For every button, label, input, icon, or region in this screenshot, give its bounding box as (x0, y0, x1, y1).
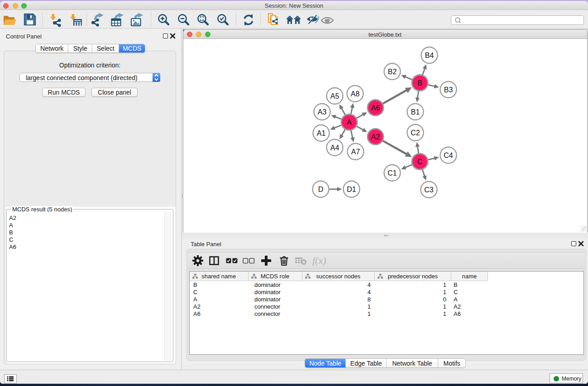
svg-text:A4: A4 (330, 143, 339, 151)
svg-text:B: B (417, 79, 422, 86)
svg-text:A8: A8 (350, 90, 359, 97)
svg-text:C2: C2 (411, 129, 420, 136)
svg-text:B4: B4 (425, 51, 434, 59)
svg-text:B2: B2 (387, 67, 397, 75)
svg-text:B1: B1 (411, 108, 420, 115)
svg-text:D1: D1 (347, 185, 356, 193)
svg-text:B3: B3 (444, 86, 453, 93)
svg-text:A3: A3 (317, 108, 326, 115)
svg-text:A2: A2 (371, 133, 380, 140)
svg-text:A: A (347, 118, 352, 126)
svg-text:A1: A1 (316, 129, 325, 137)
svg-text:A7: A7 (351, 148, 360, 155)
svg-text:A6: A6 (371, 104, 380, 111)
svg-text:C4: C4 (444, 151, 453, 159)
svg-text:D: D (318, 185, 323, 193)
svg-text:C3: C3 (424, 186, 434, 193)
svg-text:C: C (417, 157, 422, 165)
svg-text:C1: C1 (387, 169, 397, 176)
svg-text:A5: A5 (330, 92, 339, 100)
